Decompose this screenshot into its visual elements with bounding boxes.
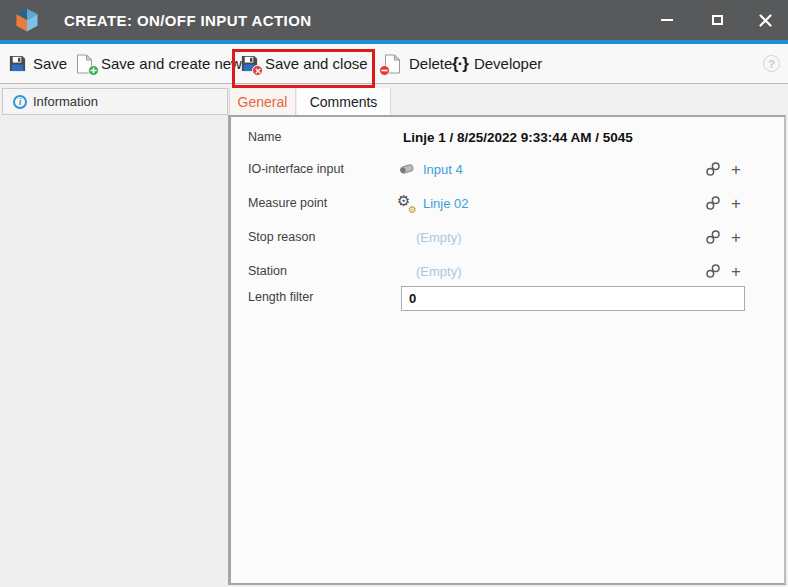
- info-icon: i: [13, 95, 27, 109]
- window-title: CREATE: ON/OFF INPUT ACTION: [64, 0, 311, 40]
- form-row-stop-reason: Stop reason (Empty) +: [231, 226, 784, 248]
- link-icon[interactable]: [705, 229, 721, 245]
- save-and-close-label: Save and close: [265, 55, 368, 72]
- red-x-badge-icon: [252, 65, 263, 76]
- save-button[interactable]: Save: [8, 44, 67, 83]
- tab-strip: i Information General Comments: [0, 84, 788, 115]
- stop-reason-value[interactable]: (Empty): [416, 226, 462, 248]
- save-and-create-new-button[interactable]: Save and create new: [76, 44, 242, 83]
- minimize-icon: [661, 19, 673, 21]
- delete-icon: [384, 54, 403, 73]
- save-and-close-icon: [240, 54, 259, 73]
- length-filter-label: Length filter: [248, 286, 313, 308]
- add-icon[interactable]: +: [731, 161, 741, 178]
- save-label: Save: [33, 55, 67, 72]
- toolbar: Save Save and create new Save: [0, 44, 788, 84]
- form-row-io-interface-input: IO-interface input Input 4: [231, 158, 784, 180]
- close-icon: [759, 14, 772, 27]
- plug-icon: [397, 162, 416, 176]
- add-icon[interactable]: +: [731, 263, 741, 280]
- io-interface-input-link[interactable]: Input 4: [423, 162, 463, 177]
- tab-general-label: General: [238, 94, 288, 110]
- developer-button[interactable]: {·} Developer: [452, 44, 542, 83]
- save-create-new-icon: [76, 54, 95, 73]
- sidebar-header-information[interactable]: i Information: [2, 88, 228, 115]
- link-icon[interactable]: [705, 195, 721, 211]
- title-bar: CREATE: ON/OFF INPUT ACTION: [0, 0, 788, 40]
- delete-button[interactable]: Delete: [384, 44, 452, 83]
- measure-point-link[interactable]: Linje 02: [423, 196, 469, 211]
- form-row-name: Name Linje 1 / 8/25/2022 9:33:44 AM / 50…: [231, 126, 784, 148]
- save-floppy-icon: [8, 54, 27, 73]
- gears-icon: ⚙ ⚙: [397, 194, 416, 212]
- code-braces-icon: {·}: [452, 54, 468, 74]
- form-row-station: Station (Empty) +: [231, 260, 784, 282]
- length-filter-input[interactable]: [401, 286, 745, 311]
- delete-label: Delete: [409, 55, 452, 72]
- link-icon[interactable]: [705, 161, 721, 177]
- tab-comments-label: Comments: [310, 94, 378, 110]
- maximize-button[interactable]: [700, 0, 734, 40]
- name-label: Name: [248, 126, 281, 148]
- measure-point-label: Measure point: [248, 192, 327, 214]
- io-interface-input-label: IO-interface input: [248, 158, 344, 180]
- form-row-measure-point: Measure point ⚙ ⚙ Linje 02 +: [231, 192, 784, 214]
- name-value: Linje 1 / 8/25/2022 9:33:44 AM / 5045: [403, 126, 633, 148]
- tab-comments[interactable]: Comments: [297, 88, 391, 116]
- add-icon[interactable]: +: [731, 195, 741, 212]
- save-and-close-button[interactable]: Save and close: [240, 44, 368, 83]
- general-form-panel: Name Linje 1 / 8/25/2022 9:33:44 AM / 50…: [228, 115, 786, 585]
- maximize-icon: [712, 15, 723, 25]
- link-icon[interactable]: [705, 263, 721, 279]
- sidebar-panel: [0, 115, 228, 587]
- save-and-create-new-label: Save and create new: [101, 55, 242, 72]
- form-row-length-filter: Length filter: [231, 286, 784, 312]
- station-label: Station: [248, 260, 287, 282]
- help-icon[interactable]: ?: [763, 55, 780, 72]
- add-icon[interactable]: +: [731, 229, 741, 246]
- red-minus-badge-icon: [379, 65, 390, 76]
- green-plus-badge-icon: [88, 65, 99, 76]
- station-value[interactable]: (Empty): [416, 260, 462, 282]
- tab-general[interactable]: General: [229, 88, 296, 116]
- minimize-button[interactable]: [650, 0, 684, 40]
- stop-reason-label: Stop reason: [248, 226, 315, 248]
- information-label: Information: [33, 94, 98, 109]
- app-logo-icon: [14, 7, 40, 33]
- developer-label: Developer: [474, 55, 542, 72]
- close-button[interactable]: [748, 0, 782, 40]
